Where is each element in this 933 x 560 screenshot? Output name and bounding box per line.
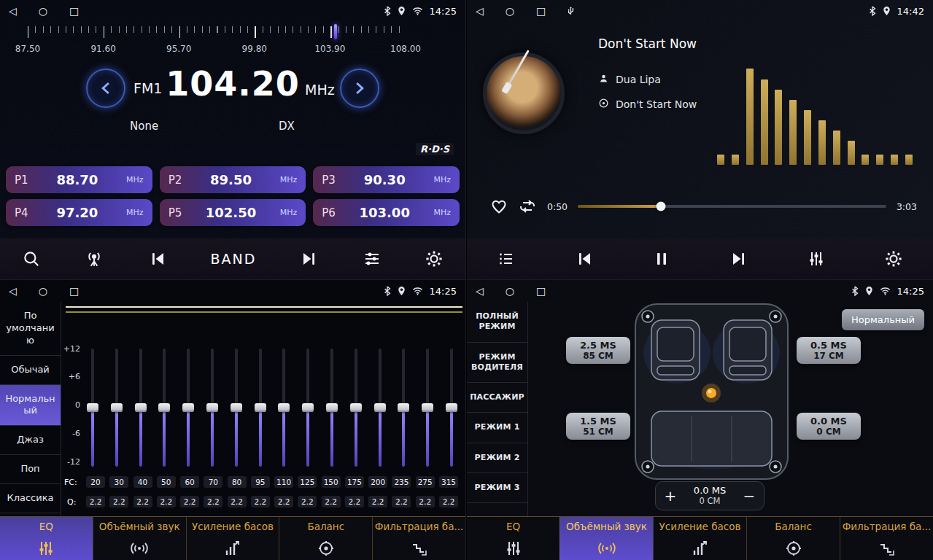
tab-balance[interactable]: Баланс [746, 517, 840, 560]
band-button[interactable]: BAND [211, 251, 257, 267]
preset-button-p3[interactable]: P390.30MHz [313, 166, 460, 193]
tab-balance[interactable]: Баланс [279, 517, 372, 560]
recents-button[interactable]: □ [536, 5, 546, 17]
sound-mode-item[interactable]: ПОЛНЫЙ РЕЖИМ [467, 302, 527, 343]
tab-filter[interactable]: Фильтрация ба... [372, 517, 465, 560]
playlist-button[interactable] [497, 250, 516, 268]
eq-band-slider[interactable] [445, 349, 458, 467]
tune-down-button[interactable] [86, 69, 125, 108]
eq-band-slider[interactable] [421, 349, 434, 467]
equalizer-button[interactable] [808, 250, 825, 268]
eq-slider-handle[interactable] [158, 403, 170, 412]
delay-rear-right[interactable]: 0.0 MS 0 CM [797, 413, 861, 440]
eq-slider-handle[interactable] [326, 403, 338, 412]
back-button[interactable]: ◁ [9, 285, 17, 297]
eq-slider-handle[interactable] [87, 403, 98, 412]
pause-button[interactable] [653, 250, 670, 268]
audio-settings-button[interactable] [363, 250, 382, 268]
settings-button[interactable] [425, 249, 444, 268]
eq-band-slider[interactable] [301, 349, 314, 467]
eq-slider-handle[interactable] [422, 403, 433, 412]
tab-surround[interactable]: Объёмный звук [93, 517, 186, 560]
back-button[interactable]: ◁ [476, 285, 484, 297]
sound-preset-button[interactable]: Нормальный [842, 309, 924, 330]
eq-band-slider[interactable] [110, 349, 123, 467]
seek-next-button[interactable] [300, 250, 319, 268]
back-button[interactable]: ◁ [9, 5, 17, 17]
back-button[interactable]: ◁ [476, 5, 484, 17]
scan-search-button[interactable] [22, 249, 41, 268]
sound-mode-item[interactable]: РЕЖИМ 3 [467, 473, 527, 503]
tab-bass-boost[interactable]: Усиление басов [653, 517, 746, 560]
eq-slider-handle[interactable] [302, 403, 314, 412]
frequency-scale[interactable] [28, 26, 406, 39]
eq-band-slider[interactable] [158, 349, 171, 467]
next-track-button[interactable] [729, 250, 748, 268]
settings-button[interactable] [884, 249, 903, 268]
eq-preset-item[interactable]: Поп [0, 455, 61, 484]
broadcast-button[interactable] [84, 249, 104, 268]
tab-eq[interactable]: EQ [467, 517, 560, 560]
car-interior-map[interactable] [633, 302, 790, 484]
eq-preset-item[interactable]: Обычай [0, 356, 61, 385]
eq-band-slider[interactable] [86, 349, 99, 467]
eq-slider-handle[interactable] [135, 403, 147, 412]
eq-slider-handle[interactable] [206, 403, 218, 412]
preset-button-p5[interactable]: P5102.50MHz [160, 199, 306, 226]
eq-preset-item[interactable]: Джаз [0, 426, 61, 455]
delay-rear-left[interactable]: 1.5 MS 51 CM [566, 413, 630, 440]
eq-slider-handle[interactable] [182, 403, 194, 412]
home-button[interactable]: ○ [39, 285, 47, 297]
eq-band-slider[interactable] [349, 349, 363, 467]
eq-band-slider[interactable] [254, 349, 267, 467]
eq-preset-item[interactable]: Классика [0, 484, 61, 513]
sound-mode-item[interactable]: ПАССАЖИР [467, 383, 527, 413]
eq-slider-handle[interactable] [278, 403, 290, 412]
eq-slider-handle[interactable] [374, 403, 386, 412]
delay-decrease-button[interactable]: − [735, 487, 764, 505]
sound-mode-item[interactable]: РЕЖИМ 2 [467, 443, 527, 473]
preset-button-p6[interactable]: P6103.00MHz [313, 199, 460, 226]
sound-mode-item[interactable]: РЕЖИМ 1 [467, 413, 527, 443]
eq-slider-handle[interactable] [398, 403, 409, 412]
recents-button[interactable]: □ [536, 285, 546, 297]
home-button[interactable]: ○ [506, 285, 514, 297]
eq-slider-handle[interactable] [446, 403, 457, 412]
preset-button-p2[interactable]: P289.50MHz [160, 166, 306, 193]
home-button[interactable]: ○ [39, 5, 47, 17]
tab-bass-boost[interactable]: Усиление басов [186, 517, 279, 560]
progress-slider[interactable] [578, 205, 886, 208]
eq-slider-handle[interactable] [350, 403, 362, 412]
eq-slider-handle[interactable] [255, 403, 266, 412]
eq-band-slider[interactable] [325, 349, 338, 467]
eq-slider-handle[interactable] [231, 403, 242, 412]
eq-band-slider[interactable] [206, 349, 219, 467]
eq-slider-handle[interactable] [111, 403, 123, 412]
delay-increase-button[interactable]: + [656, 487, 685, 505]
eq-band-slider[interactable] [277, 349, 290, 467]
home-button[interactable]: ○ [506, 5, 514, 17]
eq-preset-item[interactable]: По умолчанию [0, 302, 61, 356]
tab-surround[interactable]: Объёмный звук [560, 517, 653, 560]
previous-track-button[interactable] [575, 250, 594, 268]
eq-band-slider[interactable] [182, 349, 195, 467]
eq-preset-item[interactable]: Нормальный [0, 385, 61, 427]
preset-button-p4[interactable]: P497.20MHz [6, 199, 152, 226]
eq-band-slider[interactable] [373, 349, 387, 467]
eq-band-slider[interactable] [230, 349, 243, 467]
preset-button-p1[interactable]: P188.70MHz [6, 166, 152, 193]
delay-front-left[interactable]: 2.5 MS 85 CM [566, 337, 630, 364]
recents-button[interactable]: □ [69, 5, 79, 17]
tab-eq[interactable]: EQ [0, 517, 93, 560]
eq-band-slider[interactable] [397, 349, 410, 467]
progress-knob[interactable] [657, 202, 666, 211]
tab-filter[interactable]: Фильтрация ба... [840, 517, 933, 560]
sound-mode-item[interactable]: РЕЖИМ ВОДИТЕЛЯ [467, 343, 527, 384]
repeat-button[interactable] [518, 198, 537, 214]
seek-previous-button[interactable] [148, 250, 167, 268]
favorite-button[interactable] [490, 198, 508, 214]
delay-front-right[interactable]: 0.5 MS 17 CM [797, 337, 861, 364]
eq-band-slider[interactable] [134, 349, 147, 467]
recents-button[interactable]: □ [69, 285, 79, 297]
tune-up-button[interactable] [340, 69, 379, 108]
